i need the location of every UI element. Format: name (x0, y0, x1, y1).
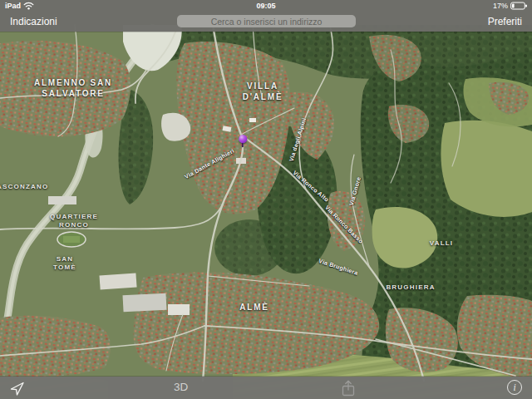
share-button[interactable] (339, 379, 357, 397)
maps-app: ALMENNO SANSALVATOREVILLAD'ALMÈASCONZANO… (0, 0, 532, 399)
status-time: 09:05 (256, 2, 275, 10)
search-field[interactable]: Cerca o inserisci un indirizzo (177, 15, 356, 27)
battery-percent: 17% (493, 2, 508, 10)
status-bar: iPad 09:05 17% (0, 0, 532, 12)
wifi-icon (23, 2, 34, 10)
info-button[interactable]: i (507, 380, 522, 395)
battery-icon (510, 2, 528, 10)
info-icon: i (513, 382, 515, 392)
directions-button[interactable]: Indicazioni (7, 14, 61, 29)
favorites-button[interactable]: Preferiti (485, 14, 525, 29)
search-placeholder: Cerca o inserisci un indirizzo (211, 17, 323, 27)
satellite-imagery (0, 0, 532, 399)
top-toolbar: iPad 09:05 17% Indicazioni Cerca (0, 0, 532, 32)
bottom-toolbar: 3D i (0, 377, 532, 399)
pin-head (239, 135, 247, 143)
current-location-button[interactable] (9, 380, 26, 397)
3d-button[interactable]: 3D (174, 381, 188, 393)
status-device-label: iPad (5, 2, 21, 10)
nav-row: Indicazioni Cerca o inserisci un indiriz… (0, 12, 532, 32)
share-icon (339, 379, 357, 397)
map-canvas[interactable]: ALMENNO SANSALVATOREVILLAD'ALMÈASCONZANO… (0, 0, 532, 399)
dropped-pin[interactable] (239, 135, 247, 148)
location-arrow-icon (9, 380, 26, 397)
